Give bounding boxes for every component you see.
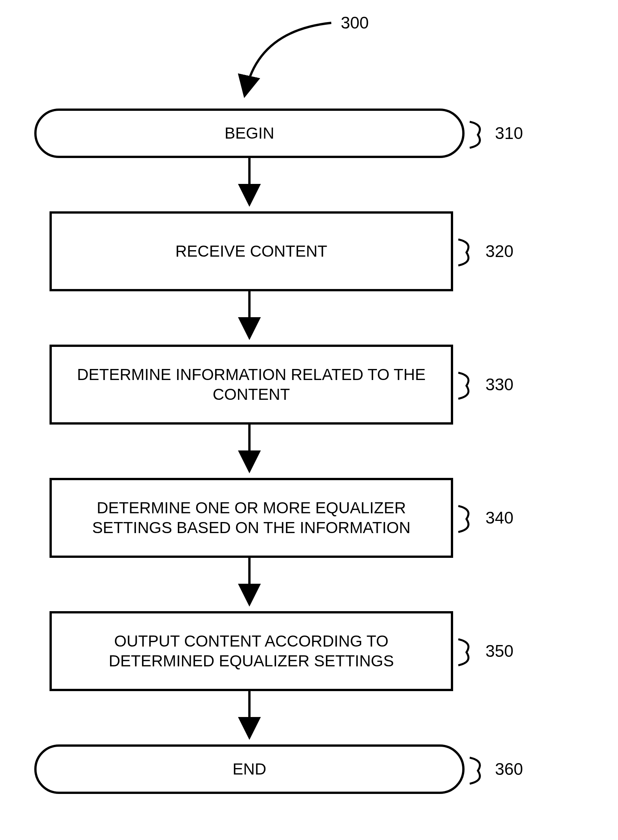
node-end-ref: 360 bbox=[495, 760, 523, 779]
node-s350-bracket bbox=[455, 629, 478, 675]
node-s320-bracket bbox=[455, 230, 478, 275]
node-begin-ref: 310 bbox=[495, 124, 523, 143]
node-s350-ref: 350 bbox=[485, 642, 513, 661]
node-begin: BEGIN bbox=[34, 109, 465, 158]
node-s330: DETERMINE INFORMATION RELATED TO THE CON… bbox=[50, 345, 453, 425]
node-s320: RECEIVE CONTENT bbox=[50, 211, 453, 291]
node-s330-bracket bbox=[455, 363, 478, 409]
arrow-350-to-end bbox=[244, 691, 255, 744]
arrow-begin-to-320 bbox=[244, 158, 255, 211]
node-s320-ref: 320 bbox=[485, 242, 513, 261]
node-begin-bracket bbox=[466, 112, 489, 158]
arrow-330-to-340 bbox=[244, 425, 255, 478]
node-s330-ref: 330 bbox=[485, 375, 513, 394]
node-s340-label: DETERMINE ONE OR MORE EQUALIZER SETTINGS… bbox=[63, 498, 439, 538]
node-begin-label: BEGIN bbox=[225, 123, 275, 144]
node-s350: OUTPUT CONTENT ACCORDING TO DETERMINED E… bbox=[50, 611, 453, 691]
node-s340-bracket bbox=[455, 496, 478, 542]
figure-ref-label: 300 bbox=[341, 13, 369, 32]
node-s340-ref: 340 bbox=[485, 508, 513, 527]
node-s320-label: RECEIVE CONTENT bbox=[175, 241, 327, 262]
node-end: END bbox=[34, 744, 465, 794]
node-s350-label: OUTPUT CONTENT ACCORDING TO DETERMINED E… bbox=[63, 631, 439, 671]
node-s340: DETERMINE ONE OR MORE EQUALIZER SETTINGS… bbox=[50, 478, 453, 558]
arrow-320-to-330 bbox=[244, 291, 255, 345]
figure-ref-arrow bbox=[232, 15, 354, 103]
flowchart-canvas: 300 BEGIN 310 RECEIVE CONTENT 320 DETERM… bbox=[0, 0, 618, 840]
node-s330-label: DETERMINE INFORMATION RELATED TO THE CON… bbox=[63, 365, 439, 405]
node-end-label: END bbox=[233, 759, 267, 779]
arrow-340-to-350 bbox=[244, 558, 255, 611]
node-end-bracket bbox=[466, 748, 489, 794]
